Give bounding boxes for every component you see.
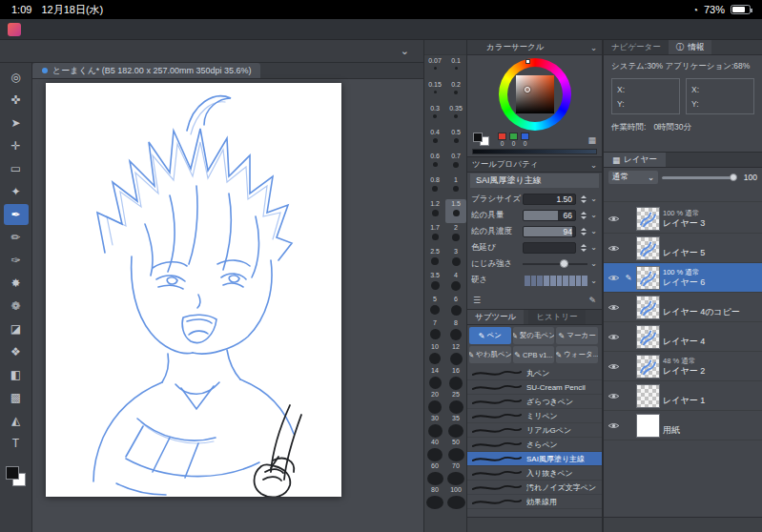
subtool-item[interactable]: 効果線用 <box>467 495 602 509</box>
brush-size-item[interactable]: 0.35 <box>445 104 466 128</box>
brush-size-stepper[interactable] <box>579 195 587 203</box>
layer-row[interactable]: ✎ レイヤー 5 <box>604 234 762 263</box>
subtool-item[interactable]: SU-Cream Pencil <box>467 380 602 395</box>
main-color-swatch[interactable] <box>6 466 19 480</box>
main-sub-color-indicator[interactable] <box>473 133 492 147</box>
hardness-dropdown-icon[interactable]: ⌄ <box>589 276 598 285</box>
blend-mode-dropdown[interactable]: 通常 ⌄ <box>608 171 658 184</box>
brush-size-item[interactable]: 6 <box>445 295 466 318</box>
subtool-group-item[interactable]: やわ肌ペン <box>469 346 511 363</box>
brush-size-item[interactable]: 40 <box>424 438 445 461</box>
paint-amount-dropdown-icon[interactable]: ⌄ <box>589 211 598 219</box>
brush-size-item[interactable]: 0.1 <box>445 56 466 80</box>
tab-info[interactable]: ⓘ 情報 <box>669 40 712 54</box>
toolbar-collapse-chevron-icon[interactable]: ⌄ <box>401 45 419 57</box>
menu-item[interactable] <box>77 28 94 31</box>
layer-row[interactable]: ✎ 用紙 <box>604 411 762 440</box>
deselect-icon[interactable] <box>145 42 165 61</box>
layer-row[interactable]: ✎ レイヤー 4 <box>604 322 762 352</box>
register-settings-icon[interactable]: ✎ <box>588 296 596 305</box>
blur-strength-slider[interactable] <box>523 263 587 265</box>
layer-thumbnail[interactable] <box>636 207 660 231</box>
saturation-value-square[interactable] <box>516 75 554 113</box>
opacity-knob[interactable] <box>730 174 737 181</box>
brush-size-item[interactable]: 3 <box>445 247 466 271</box>
brush-size-item[interactable]: 8 <box>445 318 466 342</box>
brush-size-item[interactable]: 2.5 <box>424 247 445 271</box>
layer-thumbnail[interactable] <box>636 236 660 260</box>
paint-density-dropdown-icon[interactable]: ⌄ <box>589 227 598 235</box>
brush-size-item[interactable]: 1 <box>445 175 466 199</box>
brush-size-item[interactable]: 0.8 <box>424 175 445 199</box>
snap-ruler-icon[interactable] <box>245 42 265 61</box>
brush-size-item[interactable]: 0.6 <box>424 152 445 175</box>
invert-selection-icon[interactable] <box>165 42 185 61</box>
layer-visibility-toggle[interactable] <box>607 333 621 341</box>
brush-size-item[interactable]: 0.7 <box>445 152 466 175</box>
color-stretch-dropdown-icon[interactable]: ⌄ <box>589 243 598 252</box>
layer-visibility-toggle[interactable] <box>607 303 621 312</box>
airbrush-tool[interactable]: ✸ <box>4 273 29 294</box>
brush-size-item[interactable]: 1.2 <box>424 199 445 223</box>
color-stretch-dropdown[interactable] <box>523 242 576 254</box>
selection-tool[interactable]: ▭ <box>4 158 29 179</box>
brush-size-item[interactable]: 5 <box>424 295 445 318</box>
snap-grid-icon[interactable] <box>265 42 285 61</box>
tab-history[interactable]: ヒストリー <box>528 310 585 324</box>
brush-size-item[interactable]: 1.5 <box>445 199 466 223</box>
blend-tool[interactable]: ❖ <box>4 341 29 362</box>
main-menu-icon[interactable] <box>5 42 25 61</box>
brush-size-item[interactable]: 10 <box>424 342 445 366</box>
menu-item[interactable] <box>94 28 112 31</box>
save-icon[interactable] <box>45 42 65 61</box>
menu-item[interactable] <box>129 28 146 31</box>
layer-row[interactable]: ✎ レイヤー 1 <box>604 381 762 411</box>
layer-visibility-toggle[interactable] <box>607 421 621 430</box>
brush-size-item[interactable]: 20 <box>424 390 445 414</box>
subtool-group-item[interactable]: 髪の毛ペン <box>513 327 555 344</box>
tab-layers[interactable]: ▦ レイヤー <box>604 153 666 167</box>
layer-visibility-toggle[interactable] <box>607 274 621 282</box>
layer-thumbnail[interactable] <box>636 414 660 438</box>
blur-strength-dropdown-icon[interactable]: ⌄ <box>589 259 598 268</box>
brush-size-item[interactable]: 25 <box>445 390 466 414</box>
canvas[interactable] <box>46 83 341 497</box>
brush-size-item[interactable]: 100 <box>445 485 466 509</box>
brush-size-item[interactable]: 30 <box>424 414 445 438</box>
layer-thumbnail[interactable] <box>636 355 660 379</box>
expand-selection-icon[interactable] <box>185 42 205 61</box>
paint-amount-slider[interactable]: 66 <box>523 210 576 221</box>
decoration-tool[interactable]: ❁ <box>4 296 29 317</box>
layer-thumbnail[interactable] <box>636 266 660 290</box>
hardness-histogram[interactable] <box>525 276 587 286</box>
brush-size-item[interactable]: 50 <box>445 438 466 461</box>
menu-item[interactable] <box>146 28 163 31</box>
menu-item[interactable] <box>112 28 129 31</box>
hand-tool[interactable]: ✜ <box>4 90 29 111</box>
tab-navigator[interactable]: ナビゲーター <box>604 40 669 54</box>
subtool-group-item[interactable]: ウォータ... <box>556 346 598 363</box>
subtool-item[interactable]: 丸ペン <box>467 366 602 380</box>
subtool-group-item[interactable]: マーカー <box>556 327 598 344</box>
brush-size-item[interactable]: 16 <box>445 366 466 390</box>
app-logo-icon[interactable] <box>8 23 21 36</box>
display-mode-icon[interactable] <box>225 42 245 61</box>
paint-density-stepper[interactable] <box>579 228 587 235</box>
layer-thumbnail[interactable] <box>636 384 660 408</box>
brush-size-item[interactable]: 7 <box>424 318 445 342</box>
brush-size-item[interactable]: 80 <box>424 485 445 509</box>
auto-select-tool[interactable]: ✦ <box>4 181 29 202</box>
undo-icon[interactable] <box>85 42 105 61</box>
fill-tool[interactable]: ◧ <box>4 364 29 385</box>
layer-visibility-toggle[interactable] <box>607 362 621 371</box>
hue-ring[interactable] <box>499 58 571 131</box>
layer-row[interactable]: ✎ レイヤー 4のコピー <box>604 293 762 322</box>
rgb-chip[interactable]: 0 <box>521 133 529 147</box>
layer-thumbnail[interactable] <box>636 325 660 349</box>
eraser-tool[interactable]: ◪ <box>4 318 29 339</box>
subtool-item[interactable]: 入り抜きペン <box>467 466 602 481</box>
layer-opacity-slider[interactable] <box>662 176 736 179</box>
subtool-item[interactable]: さらペン <box>467 438 602 452</box>
clear-icon[interactable] <box>125 42 145 61</box>
brush-size-item[interactable]: 2 <box>445 223 466 247</box>
